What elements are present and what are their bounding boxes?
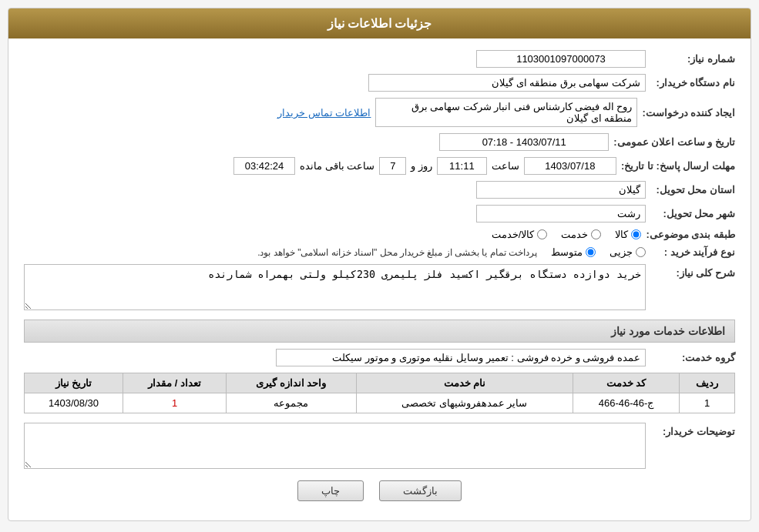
type-radio-jozi[interactable] [636,247,646,257]
col-code: کد خدمت [573,373,679,393]
purchase-type-radio-group: جزیی متوسط پرداخت تمام یا بخشی از مبلغ خ… [257,246,646,258]
cat-option-khedmat[interactable]: خدمت [561,229,601,240]
datetime-value: 1403/07/11 - 07:18 [439,133,609,151]
reply-deadline-row: مهلت ارسال پاسخ: تا تاریخ: 1403/07/18 سا… [24,157,735,175]
cell-unit: مجموعه [226,393,356,413]
category-radio-group: کالا خدمت کالا/خدمت [492,229,642,240]
buyer-org-row: نام دستگاه خریدار: شرکت سهامی برق منطقه … [24,74,735,92]
buyer-org-label: نام دستگاه خریدار: [650,77,735,89]
creator-value: روح اله فیضی کارشناس فنی انبار شرکت سهام… [375,98,637,127]
cat-label-both: کالا/خدمت [492,229,535,240]
creator-row: ایجاد کننده درخواست: روح اله فیضی کارشنا… [24,98,735,127]
cat-label-kala: کالا [615,229,628,240]
col-qty: تعداد / مقدار [123,373,227,393]
cat-radio-kala[interactable] [631,229,641,239]
category-label: طبقه بندی موضوعی: [646,229,735,240]
type-option-mota[interactable]: متوسط [551,246,596,258]
purchase-type-label: نوع فرآیند خرید : [650,246,735,258]
buyer-note-label: توضیحات خریدار: [650,423,735,437]
buyer-note-textarea[interactable] [24,423,646,469]
reply-remaining-value: 03:42:24 [233,157,295,175]
type-note: پرداخت تمام یا بخشی از مبلغ خریدار محل "… [257,247,537,258]
reply-time-label: ساعت [492,160,519,172]
purchase-type-row: نوع فرآیند خرید : جزیی متوسط پرداخت تمام… [24,246,735,258]
services-table: ردیف کد خدمت نام خدمت واحد اندازه گیری ت… [24,373,735,413]
creator-label: ایجاد کننده درخواست: [642,107,735,119]
reply-date-value: 1403/07/18 [524,157,616,175]
col-date: تاریخ نیاز [25,373,123,393]
province-value: گیلان [476,181,646,199]
need-number-row: شماره نیاز: 1103001097000073 [24,50,735,68]
type-label-jozi: جزیی [610,246,633,258]
services-section-header: اطلاعات خدمات مورد نیاز [24,320,735,343]
table-row: 1 ج-46-46-466 سایر عمدهفروشیهای تخصصی مج… [25,393,735,413]
service-group-row: گروه خدمت: عمده فروشی و خرده فروشی : تعم… [24,349,735,366]
cat-radio-both[interactable] [537,229,547,239]
page-container: جزئیات اطلاعات نیاز شماره نیاز: 11030010… [0,0,759,532]
page-title: جزئیات اطلاعات نیاز [8,8,751,38]
cat-label-khedmat: خدمت [561,229,588,240]
cell-row: 1 [680,393,735,413]
datetime-row: تاریخ و ساعت اعلان عمومی: 1403/07/11 - 0… [24,133,735,151]
reply-days-value: 7 [379,157,406,175]
service-group-value: عمده فروشی و خرده فروشی : تعمیر وسایل نق… [276,349,646,366]
col-name: نام خدمت [356,373,573,393]
cell-code: ج-46-46-466 [573,393,679,413]
datetime-label: تاریخ و ساعت اعلان عمومی: [613,136,735,148]
back-button[interactable]: بازگشت [379,480,462,501]
cell-qty: 1 [123,393,227,413]
cat-option-kala[interactable]: کالا [615,229,641,240]
button-row: بازگشت چاپ [24,480,735,501]
buyer-note-row: توضیحات خریدار: [24,423,735,469]
type-label-mota: متوسط [551,246,583,258]
cat-radio-khedmat[interactable] [591,229,601,239]
need-number-value: 1103001097000073 [476,50,646,68]
reply-time-value: 11:11 [437,157,487,175]
type-radio-mota[interactable] [586,247,596,257]
cat-option-both[interactable]: کالا/خدمت [492,229,548,240]
card-body: شماره نیاز: 1103001097000073 نام دستگاه … [8,38,751,520]
province-row: استان محل تحویل: گیلان [24,181,735,199]
cell-name: سایر عمدهفروشیهای تخصصی [356,393,573,413]
need-number-label: شماره نیاز: [650,53,735,65]
general-desc-row: شرح کلی نیاز: [24,264,735,310]
province-label: استان محل تحویل: [650,184,735,196]
col-row: ردیف [680,373,735,393]
city-row: شهر محل تحویل: رشت [24,205,735,223]
creator-link[interactable]: اطلاعات تماس خریدار [277,107,371,119]
city-label: شهر محل تحویل: [650,208,735,219]
buyer-org-value: شرکت سهامی برق منطقه ای گیلان [368,74,646,92]
col-unit: واحد اندازه گیری [226,373,356,393]
service-group-label: گروه خدمت: [650,352,735,363]
general-desc-label: شرح کلی نیاز: [650,264,735,279]
reply-deadline-label: مهلت ارسال پاسخ: تا تاریخ: [621,160,735,172]
main-card: جزئیات اطلاعات نیاز شماره نیاز: 11030010… [8,8,751,521]
reply-days-label: روز و [411,160,432,172]
reply-remaining-label: ساعت باقی مانده [300,160,374,172]
cell-date: 1403/08/30 [25,393,123,413]
type-option-jozi[interactable]: جزیی [610,246,646,258]
city-value: رشت [476,205,646,223]
general-desc-textarea[interactable] [24,264,646,310]
print-button[interactable]: چاپ [297,480,364,501]
category-row: طبقه بندی موضوعی: کالا خدمت کالا/خدمت [24,229,735,240]
